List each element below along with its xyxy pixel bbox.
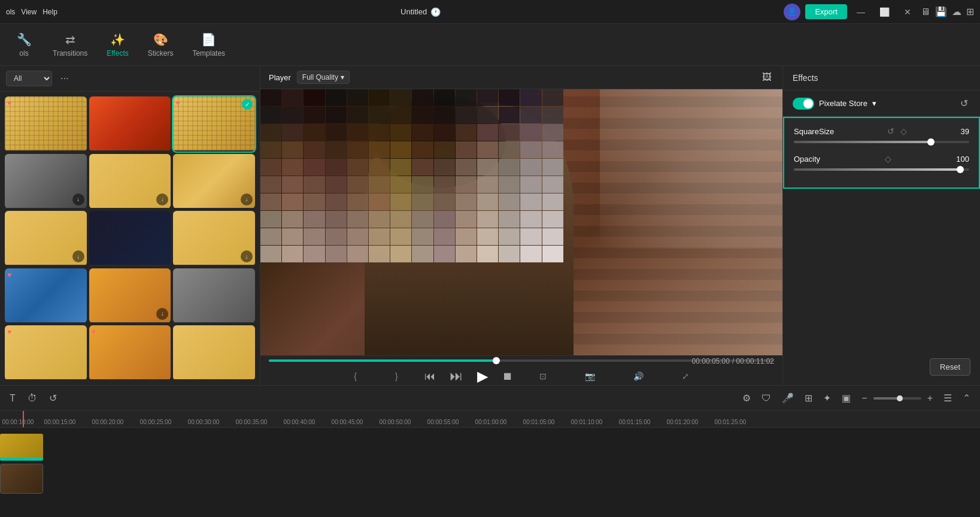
squaresize-diamond-btn[interactable]: ◇ (899, 125, 908, 137)
step-back-button[interactable]: ⏭ (447, 366, 465, 385)
menu-help[interactable]: Help (43, 8, 57, 16)
settings-tool-button[interactable]: ⚙ (739, 390, 754, 406)
stop-button[interactable]: ⏹ (500, 368, 515, 385)
minimize-button[interactable]: — (852, 5, 870, 19)
crop-button[interactable]: ⊡ (537, 369, 549, 383)
cloud-icon[interactable]: ☁ (952, 6, 961, 17)
progress-bar-container: 00:00:05:00 / 00:00:11:02 (260, 356, 782, 363)
nav-transitions[interactable]: ⇄ Transitions (44, 29, 96, 61)
effect-moku[interactable]: 模糊 (89, 211, 171, 266)
effect-mosaicfull[interactable]: ↓ Mosaic Full (173, 211, 255, 266)
opacity-slider[interactable] (794, 168, 969, 171)
effects-grid: ♥ Mosaic Face-off ♥ ✓ Pixelate Store (0, 92, 260, 385)
nav-templates[interactable]: 📄 Templates (184, 29, 233, 61)
title-bar-center: Untitled 🕐 (401, 7, 441, 17)
expand-button[interactable]: ⤢ (679, 369, 691, 383)
opacity-thumb[interactable] (957, 166, 964, 173)
filter-select[interactable]: All Blur Mosaic (6, 71, 52, 86)
layout-tool-button[interactable]: ⊞ (801, 390, 816, 406)
squaresize-fill (794, 141, 931, 143)
squaresize-slider[interactable] (794, 141, 969, 143)
nav-tools[interactable]: 🔧 ols (6, 29, 42, 61)
effect-b2[interactable]: ♥ (89, 325, 171, 380)
dl-badge-squareblur: ↓ (72, 250, 84, 262)
player-controls: 00:00:05:00 / 00:00:11:02 { } ⏮ ⏭ ▶ ⏹ ⊡ … (260, 355, 782, 385)
keyframe-tool-button[interactable]: ▣ (838, 390, 854, 406)
screenshot-button[interactable]: 🖼 (760, 69, 774, 85)
video-clip[interactable] (0, 464, 43, 494)
squaresize-reset-btn[interactable]: ↺ (886, 125, 896, 137)
ruler-mark-12: 00:01:10:00 (563, 417, 611, 426)
rotate-tool-button[interactable]: ↺ (45, 390, 60, 406)
time-separator: / 00:00:11:02 (732, 357, 774, 365)
effect-mosaic[interactable]: ♥ Mosaic (5, 96, 87, 152)
menu-view[interactable]: View (21, 8, 37, 16)
quality-select[interactable]: Full Quality ▾ (297, 71, 350, 84)
effect-dirblur[interactable]: ↓ Direction blur (89, 268, 171, 323)
bracket-close-button[interactable]: } (393, 369, 401, 383)
close-button[interactable]: ✕ (899, 5, 916, 19)
effect-censor[interactable]: ↓ Censor Bar (5, 154, 87, 209)
list-view-button[interactable]: ☰ (940, 390, 955, 406)
main-area: All Blur Mosaic ··· ♥ Mosaic Face-off (0, 66, 980, 385)
more-options-button[interactable]: ··· (57, 72, 72, 85)
nav-stickers[interactable]: 🎨 Stickers (139, 29, 182, 61)
effect-dropdown-arrow[interactable]: ▾ (872, 99, 876, 108)
opacity-diamond-btn[interactable]: ◇ (884, 153, 893, 165)
rewind-button[interactable]: ⏮ (422, 368, 438, 385)
squaresize-icons: ↺ ◇ (886, 125, 908, 137)
effect-label-dirblur: Direction blur (89, 322, 171, 323)
effect-frosted[interactable]: ↓ Frosted Glass (173, 154, 255, 209)
effect-pixelate[interactable]: ♥ ✓ Pixelate Store (173, 96, 255, 152)
save-icon[interactable]: 💾 (935, 6, 947, 17)
monitor-icon[interactable]: 🖥 (921, 7, 930, 17)
progress-thumb[interactable] (493, 357, 500, 364)
effect-b1[interactable]: ♥ (5, 325, 87, 380)
zoom-slider[interactable] (873, 397, 921, 400)
effect-squareblur[interactable]: ↓ Square Blur (5, 211, 87, 266)
effect-grainy[interactable]: ↓ Grainy Blur (89, 154, 171, 209)
grid-icon[interactable]: ⊞ (966, 6, 974, 17)
opacity-icons: ◇ (884, 153, 893, 165)
ruler-mark-3: 00:00:25:00 (132, 417, 180, 426)
play-button[interactable]: ▶ (475, 365, 490, 385)
zoom-in-button[interactable]: + (924, 392, 936, 405)
ruler-mark-9: 00:00:55:00 (419, 417, 467, 426)
timer-tool-button[interactable]: ⏱ (24, 391, 41, 406)
volume-button[interactable]: 🔊 (631, 369, 646, 383)
title-bar-left: ols View Help (6, 8, 57, 16)
zoom-thumb[interactable] (897, 395, 903, 401)
tools-icon: 🔧 (17, 32, 32, 47)
effects-tool-button[interactable]: ✦ (820, 390, 835, 406)
effect-faceoff[interactable]: Face-off (89, 96, 171, 152)
effect-toggle[interactable] (793, 98, 814, 110)
effect-label-moku: 模糊 (89, 265, 171, 266)
maximize-button[interactable]: ⬜ (875, 5, 894, 19)
zoom-out-button[interactable]: − (858, 392, 870, 405)
ruler-mark-15: 00:01:25:00 (706, 417, 754, 426)
ruler-mark-10: 00:01:00:00 (467, 417, 515, 426)
mic-tool-button[interactable]: 🎤 (778, 390, 797, 406)
camera-button[interactable]: 📷 (582, 369, 597, 383)
collapse-button[interactable]: ⌃ (959, 390, 974, 406)
header-reset-button[interactable]: ↺ (958, 95, 970, 111)
menu-tools[interactable]: ols (6, 8, 15, 16)
yellow-clip[interactable] (0, 434, 43, 461)
shield-tool-button[interactable]: 🛡 (758, 391, 775, 406)
autosave-icon: 🕐 (430, 7, 441, 17)
squaresize-header: SquareSize ↺ ◇ 39 (794, 125, 969, 137)
effect-b3[interactable] (173, 325, 255, 380)
bracket-open-button[interactable]: { (351, 369, 359, 383)
video-area (260, 89, 782, 355)
effect-label-mosaic: Mosaic (5, 150, 87, 152)
profile-icon[interactable]: 👤 (784, 4, 800, 20)
nav-effects[interactable]: ✨ Effects (98, 29, 136, 61)
effect-mosaic2[interactable]: ♥ Mosaic 2 (5, 268, 87, 323)
squaresize-thumb[interactable] (927, 138, 935, 146)
reset-button[interactable]: Reset (930, 358, 970, 376)
export-button[interactable]: Export (805, 4, 847, 19)
ruler-mark-2: 00:00:20:00 (84, 417, 132, 426)
text-tool-button[interactable]: T (6, 391, 19, 406)
effect-thumb-faceoff (89, 96, 171, 150)
effect-huabu[interactable]: 画布效果 (173, 268, 255, 323)
